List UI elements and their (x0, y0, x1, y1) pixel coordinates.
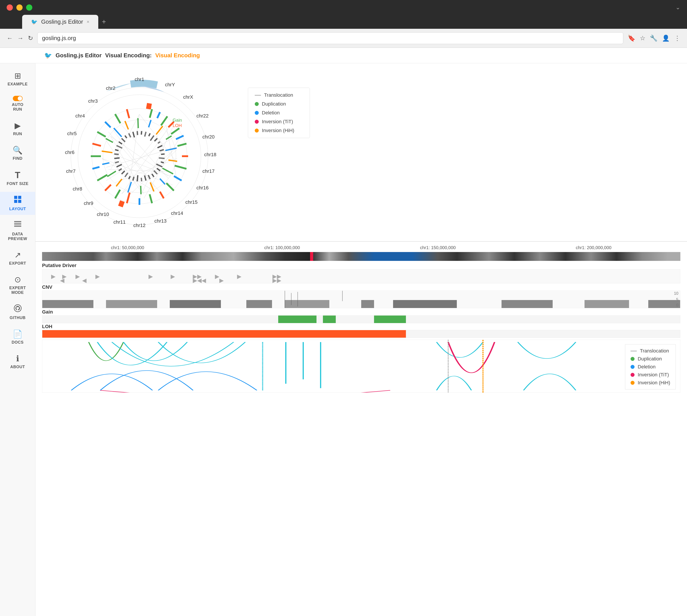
sidebar-item-run[interactable]: ▶ RUN (0, 117, 35, 140)
datapreview-icon (14, 221, 22, 230)
sv-arc-track[interactable]: Translocation Duplication Deletion Inver… (42, 339, 680, 393)
sidebar-label-github: GITHUB (10, 315, 26, 320)
app-logo-icon: 🐦 (44, 52, 52, 59)
loh-label: LOH (42, 324, 680, 329)
cnv-track[interactable]: 10 5 0 (42, 290, 680, 308)
sidebar-item-autorun[interactable]: AUTORUN (0, 92, 35, 115)
main-content: chr1 chrY chrX chr22 chr20 chr18 chr17 c… (36, 63, 687, 616)
sidebar-label-autorun: AUTORUN (12, 103, 23, 112)
svg-text:chr13: chr13 (154, 218, 167, 224)
linear-legend-item-inversion-hih: Inversion (HiH) (630, 380, 670, 386)
cnv-label: CNV (42, 284, 680, 290)
svg-rect-34 (92, 143, 101, 147)
cnv-spike (298, 292, 298, 306)
axis-label-4: chr1: 200,000,000 (576, 245, 611, 250)
svg-rect-52 (102, 151, 112, 153)
legend-translocation-label: Translocation (264, 92, 293, 98)
svg-rect-81 (118, 200, 125, 207)
svg-rect-37 (114, 113, 121, 124)
cnv-spike (285, 291, 285, 308)
axis-label-3: chr1: 150,000,000 (420, 245, 456, 250)
svg-rect-33 (91, 155, 101, 157)
sidebar-item-about[interactable]: ℹ ABOUT (0, 351, 35, 373)
sidebar-item-export[interactable]: ↗ EXPORT (0, 247, 35, 269)
star-icon[interactable]: ☆ (640, 35, 645, 42)
svg-line-69 (122, 125, 170, 194)
linear-legend-duplication-label: Duplication (638, 356, 662, 362)
svg-rect-119 (153, 170, 158, 175)
sidebar-item-github[interactable]: GITHUB (0, 301, 35, 324)
back-button[interactable]: ← (7, 35, 13, 42)
axis-label-1: chr1: 50,000,000 (111, 245, 144, 250)
circular-genome-chart: chr1 chrY chrX chr22 chr20 chr18 chr17 c… (44, 70, 235, 238)
svg-rect-5 (14, 223, 21, 225)
legend-inversion-hih-label: Inversion (HiH) (262, 128, 294, 133)
linear-legend-inversion-tit-icon (630, 373, 635, 377)
gain-block-3 (374, 315, 406, 323)
layout-icon (14, 195, 22, 205)
sidebar-item-datapreview[interactable]: DATAPREVIEW (0, 217, 35, 245)
maximize-button[interactable] (26, 4, 32, 10)
linear-legend-item-deletion: Deletion (630, 364, 670, 370)
loh-track[interactable] (42, 330, 680, 338)
svg-rect-80 (146, 103, 152, 109)
sidebar-label-run: RUN (13, 132, 22, 136)
autorun-toggle[interactable] (13, 96, 23, 101)
sidebar-item-layout[interactable]: LAYOUT (0, 192, 35, 215)
forward-button[interactable]: → (17, 35, 23, 42)
menu-icon[interactable]: ⋮ (674, 35, 680, 42)
sv-arcs-svg (42, 340, 680, 393)
svg-rect-112 (157, 145, 163, 149)
svg-rect-25 (159, 191, 165, 199)
active-tab[interactable]: 🐦 Gosling.js Editor × (22, 15, 98, 29)
sidebar-item-example[interactable]: ⊞ EXAMPLE (0, 68, 35, 90)
tab-bar: 🐦 Gosling.js Editor × + (0, 15, 687, 29)
profile-icon[interactable]: 👤 (662, 35, 670, 42)
sidebar-item-docs[interactable]: 📄 DOCS (0, 326, 35, 348)
minimize-button[interactable] (16, 4, 23, 10)
svg-rect-111 (157, 141, 160, 144)
cnv-axis-10: 10 (674, 291, 679, 296)
tab-close-button[interactable]: × (87, 19, 89, 25)
new-tab-button[interactable]: + (102, 18, 106, 26)
sidebar-item-expertmode[interactable]: ⊙ EXPERTMODE (0, 271, 35, 299)
svg-rect-116 (161, 161, 164, 163)
axis-label-2: chr1: 100,000,000 (264, 245, 300, 250)
legend-deletion-label: Deletion (262, 110, 280, 116)
svg-rect-24 (166, 182, 175, 191)
sidebar-item-fontsize[interactable]: T FONT SIZE (0, 167, 35, 190)
svg-rect-32 (92, 166, 100, 170)
chromosome-ideogram-bar (42, 252, 680, 261)
legend-duplication-label: Duplication (262, 101, 286, 107)
about-icon: ℹ (16, 354, 19, 363)
svg-rect-139 (128, 133, 131, 138)
svg-text:chr10: chr10 (97, 212, 109, 217)
putative-driver-track[interactable]: ▶ ▶ ▶ ▶ ▶ ▶ ▶▶ ▶ ▶ ▶▶ ▶ ▶ ▶▶◀ ◀ ◀◀ (42, 269, 680, 283)
tab-favicon: 🐦 (31, 19, 38, 25)
window-controls-icon: ⌄ (675, 4, 680, 11)
svg-rect-124 (136, 175, 138, 181)
linear-legend-item-duplication: Duplication (630, 356, 670, 362)
legend-duplication-icon (255, 102, 259, 106)
arrow-forward: ▶ (95, 273, 100, 280)
circular-viz-legend: Translocation Duplication Deletion Inver… (248, 88, 310, 138)
bookmark-icon[interactable]: 🔖 (628, 35, 636, 42)
svg-text:chrX: chrX (183, 94, 193, 100)
genomic-axis: chr1: 50,000,000 chr1: 100,000,000 chr1:… (42, 245, 680, 250)
browser-nav-icons: 🔖 ☆ 🔧 👤 ⋮ (628, 35, 680, 42)
refresh-button[interactable]: ↻ (28, 35, 33, 42)
linear-legend-duplication-icon (630, 357, 635, 361)
url-bar[interactable]: gosling.js.org (37, 32, 623, 44)
gain-track[interactable] (42, 315, 680, 323)
sidebar-item-find[interactable]: 🔍 FIND (0, 142, 35, 164)
circular-viz[interactable]: chr1 chrY chrX chr22 chr20 chr18 chr17 c… (44, 70, 235, 239)
github-icon (14, 304, 22, 314)
svg-rect-26 (149, 194, 153, 203)
svg-rect-128 (121, 170, 125, 174)
sidebar-label-example: EXAMPLE (7, 82, 28, 87)
svg-rect-122 (144, 175, 147, 181)
svg-rect-21 (182, 155, 188, 157)
close-button[interactable] (7, 4, 13, 10)
extensions-icon[interactable]: 🔧 (650, 35, 658, 42)
svg-rect-23 (173, 175, 182, 181)
